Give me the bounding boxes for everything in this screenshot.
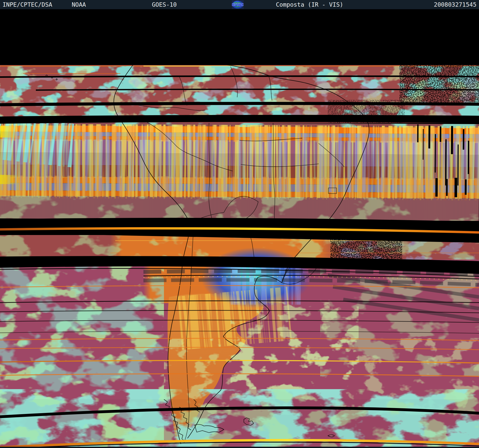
cptec-logo-text: CPTEC [232,3,244,7]
timestamp-label: 200803271545 [434,1,476,8]
agency2-label: NOAA [72,1,86,8]
satellite-label: GOES-10 [152,1,177,8]
header-bar: INPE/CPTEC/DSA NOAA GOES-10 CPTEC Compos… [0,0,479,9]
satellite-image-viewer: INPE/CPTEC/DSA NOAA GOES-10 CPTEC Compos… [0,0,479,448]
image-bottom-edge [0,447,479,448]
cptec-logo: CPTEC [232,0,244,9]
product-label: Composta (IR - VIS) [276,1,343,8]
scan-dropout-line [0,103,479,105]
corrupted-data-band [0,115,479,221]
scan-dropout-line [0,76,479,77]
north-imagery-band [0,61,479,123]
satellite-image [0,0,479,448]
agency-label: INPE/CPTEC/DSA [3,1,52,8]
